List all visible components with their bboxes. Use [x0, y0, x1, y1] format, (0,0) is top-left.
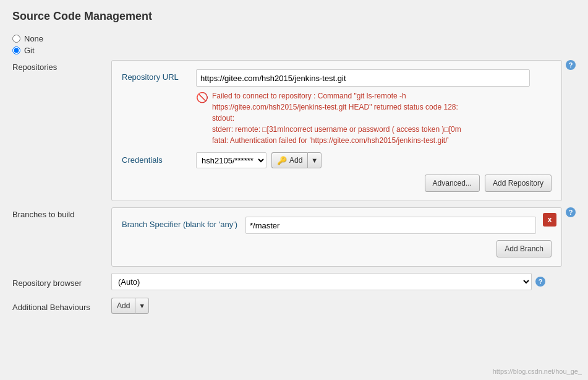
radio-none-input[interactable]	[12, 35, 20, 43]
error-icon: 🚫	[196, 92, 208, 103]
add-repository-btn[interactable]: Add Repository	[485, 175, 552, 192]
repositories-content: Repository URL 🚫 Failed to connect to re…	[111, 60, 576, 201]
branches-section: Branches to build x Branch Specifier (bl…	[12, 207, 576, 267]
repos-actions: Advanced... Add Repository	[122, 175, 552, 192]
add-credentials-btn-group: 🔑 Add ▼	[271, 152, 322, 168]
radio-none-label: None	[24, 34, 43, 43]
key-icon: 🔑	[277, 156, 287, 165]
add-behaviour-btn-group: Add ▼	[111, 298, 149, 314]
repositories-section: Repositories Repository URL 🚫 Fail	[12, 60, 576, 201]
add-credentials-arrow-btn[interactable]: ▼	[307, 152, 322, 168]
radio-git-label: Git	[24, 46, 35, 55]
repo-browser-outer: (Auto) ?	[111, 273, 576, 290]
repo-url-input-area: 🚫 Failed to connect to repository : Comm…	[196, 69, 552, 146]
credentials-input-area: hsh2105/****** 🔑 Add ▼	[196, 152, 552, 168]
repositories-label: Repositories	[12, 60, 111, 72]
branches-label: Branches to build	[12, 207, 111, 219]
repos-help-icon[interactable]: ?	[566, 60, 576, 70]
add-credentials-label: Add	[289, 156, 302, 165]
credentials-label: Credentials	[122, 152, 196, 165]
branch-specifier-label: Branch Specifier (blank for 'any')	[122, 217, 245, 229]
repo-browser-select[interactable]: (Auto)	[111, 273, 532, 290]
repo-url-row: Repository URL 🚫 Failed to connect to re…	[122, 69, 552, 146]
branches-box: x Branch Specifier (blank for 'any') Add…	[111, 207, 562, 267]
additional-behaviours-section: Additional Behaviours Add ▼	[12, 298, 576, 314]
error-text: Failed to connect to repository : Comman…	[212, 90, 461, 146]
branch-actions: Add Branch	[122, 240, 552, 257]
branches-help-icon[interactable]: ?	[566, 207, 576, 217]
repo-url-input[interactable]	[196, 69, 530, 87]
repo-browser-section: Repository browser (Auto) ?	[12, 273, 576, 290]
delete-branch-btn[interactable]: x	[543, 213, 556, 227]
repo-browser-label: Repository browser	[12, 276, 111, 288]
repos-box: Repository URL 🚫 Failed to connect to re…	[111, 60, 562, 201]
additional-behaviours-content: Add ▼	[111, 298, 576, 314]
watermark: https://blog.csdn.net/hou_ge_	[493, 368, 582, 375]
repo-browser-content: (Auto) ?	[111, 273, 576, 290]
branches-content: x Branch Specifier (blank for 'any') Add…	[111, 207, 576, 267]
radio-none[interactable]: None	[12, 34, 576, 43]
branches-outer: x Branch Specifier (blank for 'any') Add…	[111, 207, 576, 267]
add-behaviour-arrow-btn[interactable]: ▼	[135, 298, 149, 314]
page-title: Source Code Management	[12, 10, 576, 23]
branch-specifier-row: Branch Specifier (blank for 'any')	[122, 217, 552, 234]
branch-specifier-input[interactable]	[245, 217, 536, 234]
add-behaviour-label: Add	[117, 301, 130, 310]
add-branch-btn[interactable]: Add Branch	[496, 240, 552, 257]
add-behaviour-main-btn[interactable]: Add	[111, 298, 135, 314]
credentials-select[interactable]: hsh2105/******	[196, 152, 266, 168]
radio-git[interactable]: Git	[12, 46, 576, 55]
scm-radio-group: None Git	[12, 34, 576, 55]
additional-behaviours-label: Additional Behaviours	[12, 300, 111, 312]
credentials-controls: hsh2105/****** 🔑 Add ▼	[196, 152, 552, 168]
credentials-row: Credentials hsh2105/****** 🔑 Add	[122, 152, 552, 168]
repo-url-label: Repository URL	[122, 69, 196, 82]
add-credentials-main-btn[interactable]: 🔑 Add	[271, 152, 307, 168]
repo-browser-help-icon[interactable]: ?	[535, 277, 545, 287]
error-block: 🚫 Failed to connect to repository : Comm…	[196, 90, 552, 146]
advanced-btn[interactable]: Advanced...	[425, 175, 480, 192]
branch-specifier-input-area	[245, 217, 552, 234]
repos-outer: Repository URL 🚫 Failed to connect to re…	[111, 60, 576, 201]
page-container: Source Code Management None Git Reposito…	[0, 0, 588, 330]
radio-git-input[interactable]	[12, 46, 20, 54]
